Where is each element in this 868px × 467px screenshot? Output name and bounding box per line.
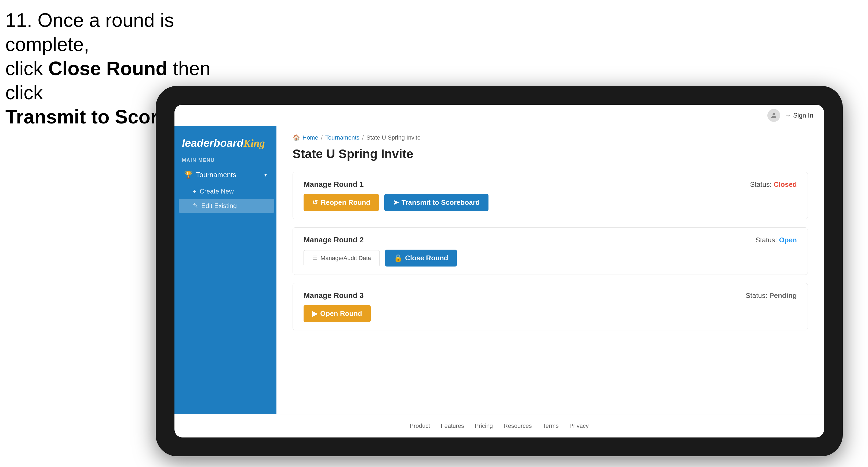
- round-3-status: Status: Pending: [746, 291, 797, 300]
- main-menu-label: MAIN MENU: [175, 158, 276, 166]
- footer-privacy[interactable]: Privacy: [569, 423, 589, 429]
- top-bar: → Sign In: [175, 105, 824, 126]
- breadcrumb: 🏠 Home / Tournaments / State U Spring In…: [292, 134, 808, 141]
- round-1-status: Status: Closed: [750, 180, 797, 189]
- breadcrumb-home[interactable]: Home: [303, 134, 318, 141]
- round-2-actions: ☰ Manage/Audit Data 🔒 Close Round: [304, 250, 797, 267]
- page-title: State U Spring Invite: [292, 147, 808, 161]
- reopen-round-button[interactable]: ↺ Reopen Round: [304, 194, 379, 211]
- lock-icon: 🔒: [394, 254, 402, 262]
- round-3-actions: ▶ Open Round: [304, 305, 797, 322]
- footer-product[interactable]: Product: [410, 423, 430, 429]
- sidebar-sub-menu: + Create New ✎ Edit Existing: [177, 184, 276, 213]
- sidebar-item-tournaments[interactable]: 🏆 Tournaments ▾: [177, 166, 274, 183]
- round-2-status: Status: Open: [755, 236, 797, 244]
- close-round-button[interactable]: 🔒 Close Round: [385, 250, 457, 267]
- transmit-to-scoreboard-button[interactable]: ➤ Transmit to Scoreboard: [384, 194, 489, 211]
- home-icon: 🏠: [292, 134, 300, 141]
- round-3-header: Manage Round 3 Status: Pending: [304, 291, 797, 300]
- round-1-header: Manage Round 1 Status: Closed: [304, 180, 797, 189]
- chevron-down-icon: ▾: [265, 172, 267, 178]
- trophy-icon: 🏆: [184, 171, 193, 179]
- sign-in-area: → Sign In: [767, 109, 813, 122]
- logo: leaderboardKing: [182, 137, 269, 150]
- open-round-button[interactable]: ▶ Open Round: [304, 305, 371, 322]
- main-content: 🏠 Home / Tournaments / State U Spring In…: [276, 126, 824, 414]
- round-2-header: Manage Round 2 Status: Open: [304, 236, 797, 244]
- footer-features[interactable]: Features: [441, 423, 464, 429]
- sidebar: leaderboardKing MAIN MENU 🏆 Tournaments …: [175, 126, 276, 414]
- round-2-title: Manage Round 2: [304, 236, 364, 244]
- edit-icon: ✎: [193, 202, 198, 210]
- app-layout: leaderboardKing MAIN MENU 🏆 Tournaments …: [175, 126, 824, 414]
- round-1-section: Manage Round 1 Status: Closed ↺ Reopen R…: [292, 172, 808, 219]
- sign-in-button[interactable]: → Sign In: [784, 112, 813, 119]
- round-3-section: Manage Round 3 Status: Pending ▶ Open Ro…: [292, 283, 808, 331]
- footer-resources[interactable]: Resources: [503, 423, 532, 429]
- breadcrumb-current: State U Spring Invite: [366, 134, 421, 141]
- play-icon: ▶: [312, 309, 317, 318]
- manage-audit-data-button[interactable]: ☰ Manage/Audit Data: [304, 250, 380, 266]
- breadcrumb-tournaments[interactable]: Tournaments: [325, 134, 360, 141]
- transmit-icon: ➤: [393, 198, 399, 207]
- footer-pricing[interactable]: Pricing: [475, 423, 493, 429]
- tablet-screen: → Sign In leaderboardKing MAIN MENU 🏆 T: [175, 105, 824, 437]
- round-2-section: Manage Round 2 Status: Open ☰ Manage/Aud…: [292, 227, 808, 275]
- logo-area: leaderboardKing: [175, 131, 276, 158]
- round-1-title: Manage Round 1: [304, 180, 364, 189]
- sidebar-item-create-new[interactable]: + Create New: [179, 184, 274, 198]
- sidebar-item-edit-existing[interactable]: ✎ Edit Existing: [179, 199, 274, 213]
- footer: Product Features Pricing Resources Terms…: [175, 414, 824, 437]
- footer-terms[interactable]: Terms: [543, 423, 559, 429]
- svg-point-2: [773, 113, 775, 115]
- plus-icon: +: [193, 188, 196, 195]
- round-3-title: Manage Round 3: [304, 291, 364, 300]
- avatar: [767, 109, 780, 122]
- round-1-actions: ↺ Reopen Round ➤ Transmit to Scoreboard: [304, 194, 797, 211]
- list-icon: ☰: [312, 255, 318, 262]
- reopen-icon: ↺: [312, 198, 318, 207]
- tablet-device: → Sign In leaderboardKing MAIN MENU 🏆 T: [156, 86, 843, 456]
